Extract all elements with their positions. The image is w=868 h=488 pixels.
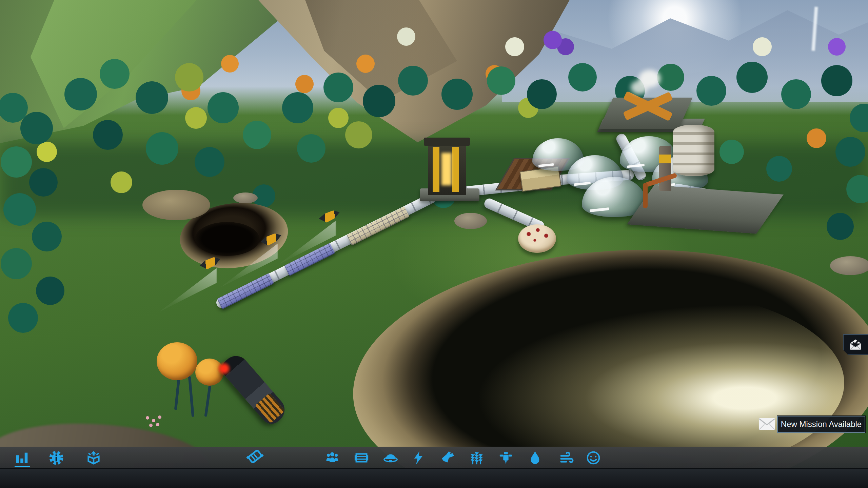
mission-mail-tab[interactable] (843, 334, 868, 355)
colony-info-button[interactable] (47, 449, 65, 467)
water-overlay-button[interactable] (526, 449, 544, 467)
lightning-icon (411, 450, 426, 466)
construction-button[interactable] (246, 448, 264, 465)
resource-status-bar: ❯❯❯❯ 478 +0 489 -1 (0, 468, 868, 488)
small-crater-hole (195, 222, 259, 256)
air-overlay-button[interactable] (558, 449, 576, 467)
power-overlay-button[interactable] (410, 449, 427, 467)
wheat-icon (469, 450, 485, 466)
alien-creature (518, 224, 556, 253)
smiley-icon (586, 450, 601, 466)
steam-plume (639, 70, 660, 87)
crates-icon (354, 450, 369, 466)
people-icon (324, 450, 340, 466)
pipe-tower (659, 146, 671, 191)
rock (233, 192, 258, 203)
processor-tower[interactable] (428, 144, 466, 195)
dome-icon (383, 450, 398, 466)
morale-overlay-button[interactable] (585, 449, 602, 467)
drone-icon (440, 450, 455, 466)
rock (830, 256, 868, 275)
plant-stem (188, 376, 194, 417)
construction-bed-icon (242, 444, 268, 469)
orange-balloon-plant (157, 342, 197, 380)
colonists-overlay-button[interactable] (323, 449, 341, 467)
storage-overlay-button[interactable] (353, 449, 370, 467)
jackhammer-icon (498, 450, 514, 466)
open-envelope-check-icon (848, 338, 863, 351)
rust-pipe (643, 183, 648, 208)
farming-overlay-button[interactable] (468, 449, 486, 467)
resource-flow-icon (86, 450, 101, 466)
drones-overlay-button[interactable] (439, 449, 456, 467)
solar-panel-segment (217, 273, 274, 309)
cargo-pod[interactable] (218, 351, 290, 428)
rock-mound (142, 190, 210, 220)
notification-tooltip[interactable]: New Mission Available (777, 416, 865, 433)
closed-envelope-icon (758, 418, 776, 430)
forest-trees (0, 0, 12, 12)
mining-overlay-button[interactable] (497, 449, 515, 467)
resources-button[interactable] (85, 449, 102, 467)
processor-tower-top (424, 138, 470, 146)
main-toolbar (0, 447, 868, 469)
rock (454, 213, 487, 229)
pink-flowers (146, 416, 149, 420)
statistics-button[interactable] (14, 449, 31, 467)
wind-icon (559, 450, 575, 466)
pipe-tower-band (659, 155, 671, 163)
habitat-overlay-button[interactable] (382, 449, 399, 467)
water-drop-icon (527, 450, 543, 466)
bar-chart-icon (15, 450, 30, 466)
gear-info-icon (48, 450, 64, 466)
drone-spray-beam (159, 268, 217, 312)
tank-stack[interactable] (673, 125, 714, 176)
game-world-viewport[interactable] (0, 0, 868, 488)
notification-text: New Mission Available (781, 420, 862, 429)
